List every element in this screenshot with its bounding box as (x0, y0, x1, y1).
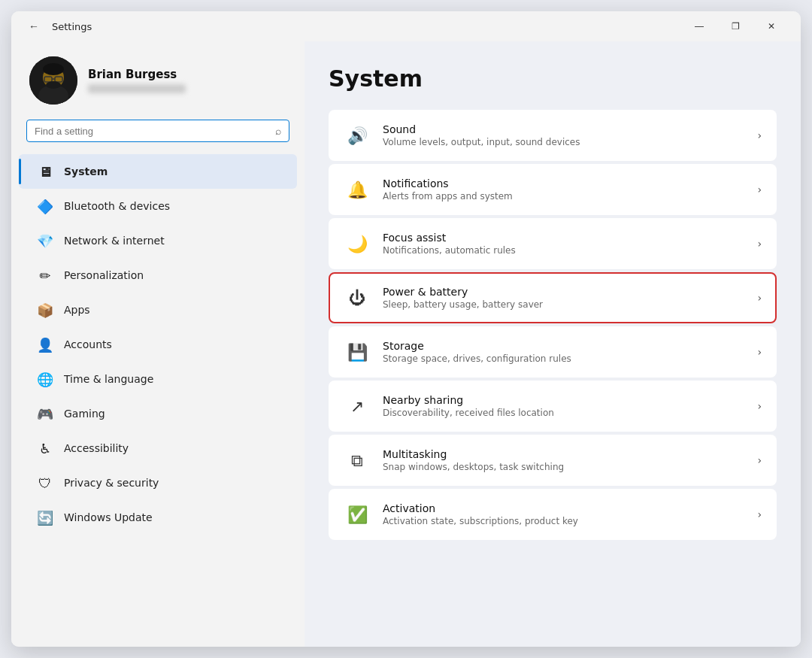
nav-icon-system: 🖥 (37, 163, 53, 180)
nav-label-accessibility: Accessibility (64, 442, 129, 454)
item-desc-focus-assist: Notifications, automatic rules (383, 245, 745, 256)
item-icon-power-battery: ⏻ (344, 284, 371, 311)
settings-item-activation[interactable]: ✅ Activation Activation state, subscript… (329, 489, 777, 540)
chevron-icon-notifications: › (757, 183, 762, 196)
item-icon-activation: ✅ (344, 501, 371, 528)
nav-icon-gaming: 🎮 (37, 405, 53, 422)
item-title-storage: Storage (383, 340, 745, 352)
nav-label-update: Windows Update (64, 511, 153, 523)
nav-label-bluetooth: Bluetooth & devices (64, 200, 170, 212)
item-text-storage: Storage Storage space, drives, configura… (383, 340, 745, 364)
nav-label-personalization: Personalization (64, 269, 144, 281)
svg-point-7 (46, 81, 61, 89)
nav-icon-privacy: 🛡 (37, 475, 53, 491)
nav-label-accounts: Accounts (64, 338, 112, 350)
settings-item-sound[interactable]: 🔊 Sound Volume levels, output, input, so… (329, 110, 777, 161)
nav-icon-accessibility: ♿ (37, 440, 53, 456)
item-title-nearby-sharing: Nearby sharing (383, 394, 745, 406)
settings-item-multitasking[interactable]: ⧉ Multitasking Snap windows, desktops, t… (329, 435, 777, 486)
settings-list: 🔊 Sound Volume levels, output, input, so… (329, 110, 777, 540)
svg-point-3 (43, 63, 64, 75)
chevron-icon-focus-assist: › (757, 238, 762, 250)
item-icon-nearby-sharing: ↗ (344, 393, 371, 420)
chevron-icon-storage: › (757, 346, 762, 358)
item-icon-focus-assist: 🌙 (344, 230, 371, 257)
item-text-multitasking: Multitasking Snap windows, desktops, tas… (383, 448, 745, 472)
user-section: Brian Burgess (11, 41, 304, 120)
settings-item-power-battery[interactable]: ⏻ Power & battery Sleep, battery usage, … (329, 272, 777, 323)
sidebar-item-accessibility[interactable]: ♿ Accessibility (19, 431, 297, 465)
item-text-sound: Sound Volume levels, output, input, soun… (383, 123, 745, 147)
titlebar: ← Settings — ❐ ✕ (11, 11, 801, 41)
search-box[interactable]: ⌕ (26, 120, 289, 142)
nav-label-network: Network & internet (64, 235, 165, 247)
nav-icon-accounts: 👤 (37, 336, 53, 353)
nav-icon-time: 🌐 (37, 371, 53, 387)
titlebar-controls: — ❐ ✕ (682, 14, 789, 38)
titlebar-left: ← Settings (23, 16, 92, 37)
nav-label-system: System (64, 165, 108, 177)
item-text-focus-assist: Focus assist Notifications, automatic ru… (383, 232, 745, 256)
item-desc-storage: Storage space, drives, configuration rul… (383, 353, 745, 364)
close-button[interactable]: ✕ (754, 14, 789, 38)
item-icon-sound: 🔊 (344, 122, 371, 149)
item-title-notifications: Notifications (383, 177, 745, 190)
nav-icon-personalization: ✏️ (37, 267, 53, 284)
user-name: Brian Burgess (88, 68, 186, 81)
nav-icon-apps: 📦 (37, 302, 53, 318)
settings-item-notifications[interactable]: 🔔 Notifications Alerts from apps and sys… (329, 164, 777, 215)
sidebar-item-apps[interactable]: 📦 Apps (19, 293, 297, 327)
sidebar-item-privacy[interactable]: 🛡 Privacy & security (19, 465, 297, 500)
item-icon-multitasking: ⧉ (344, 447, 371, 474)
sidebar-item-gaming[interactable]: 🎮 Gaming (19, 396, 297, 431)
item-text-power-battery: Power & battery Sleep, battery usage, ba… (383, 286, 745, 310)
user-email (88, 84, 186, 93)
item-title-multitasking: Multitasking (383, 448, 745, 460)
nav-label-privacy: Privacy & security (64, 477, 159, 489)
content: Brian Burgess ⌕ 🖥 System 🔷 Bluetooth & d… (11, 41, 801, 647)
item-title-activation: Activation (383, 502, 745, 514)
nav-label-apps: Apps (64, 304, 90, 316)
item-text-activation: Activation Activation state, subscriptio… (383, 502, 745, 526)
sidebar-item-personalization[interactable]: ✏️ Personalization (19, 258, 297, 293)
sidebar: Brian Burgess ⌕ 🖥 System 🔷 Bluetooth & d… (11, 41, 304, 647)
settings-item-focus-assist[interactable]: 🌙 Focus assist Notifications, automatic … (329, 218, 777, 269)
chevron-icon-activation: › (757, 508, 762, 520)
nav-icon-network: 💎 (37, 232, 53, 249)
item-desc-nearby-sharing: Discoverability, received files location (383, 408, 745, 418)
search-input[interactable] (35, 126, 269, 137)
item-title-sound: Sound (383, 123, 745, 135)
settings-item-nearby-sharing[interactable]: ↗ Nearby sharing Discoverability, receiv… (329, 381, 777, 432)
item-desc-power-battery: Sleep, battery usage, battery saver (383, 299, 745, 310)
sidebar-item-update[interactable]: 🔄 Windows Update (19, 500, 297, 535)
sidebar-item-accounts[interactable]: 👤 Accounts (19, 327, 297, 362)
minimize-button[interactable]: — (682, 14, 717, 38)
settings-window: ← Settings — ❐ ✕ (11, 11, 801, 647)
item-desc-sound: Volume levels, output, input, sound devi… (383, 137, 745, 147)
chevron-icon-nearby-sharing: › (757, 400, 762, 412)
nav-label-time: Time & language (64, 373, 153, 385)
item-desc-notifications: Alerts from apps and system (383, 191, 745, 202)
sidebar-item-bluetooth[interactable]: 🔷 Bluetooth & devices (19, 189, 297, 223)
sidebar-item-time[interactable]: 🌐 Time & language (19, 362, 297, 396)
user-info: Brian Burgess (88, 68, 186, 93)
nav-icon-bluetooth: 🔷 (37, 198, 53, 214)
back-button[interactable]: ← (23, 16, 44, 37)
item-text-notifications: Notifications Alerts from apps and syste… (383, 177, 745, 202)
sidebar-item-network[interactable]: 💎 Network & internet (19, 223, 297, 258)
settings-item-storage[interactable]: 💾 Storage Storage space, drives, configu… (329, 326, 777, 378)
chevron-icon-sound: › (757, 129, 762, 141)
titlebar-title: Settings (52, 21, 92, 32)
chevron-icon-multitasking: › (757, 454, 762, 466)
item-icon-storage: 💾 (344, 338, 371, 365)
sidebar-item-system[interactable]: 🖥 System (19, 154, 297, 189)
item-text-nearby-sharing: Nearby sharing Discoverability, received… (383, 394, 745, 418)
avatar (29, 56, 77, 105)
chevron-icon-power-battery: › (757, 292, 762, 304)
maximize-button[interactable]: ❐ (718, 14, 753, 38)
nav-icon-update: 🔄 (37, 509, 53, 526)
page-title: System (329, 65, 777, 92)
search-icon: ⌕ (275, 125, 281, 137)
sidebar-nav: 🖥 System 🔷 Bluetooth & devices 💎 Network… (11, 154, 304, 535)
main-content: System 🔊 Sound Volume levels, output, in… (304, 41, 801, 647)
